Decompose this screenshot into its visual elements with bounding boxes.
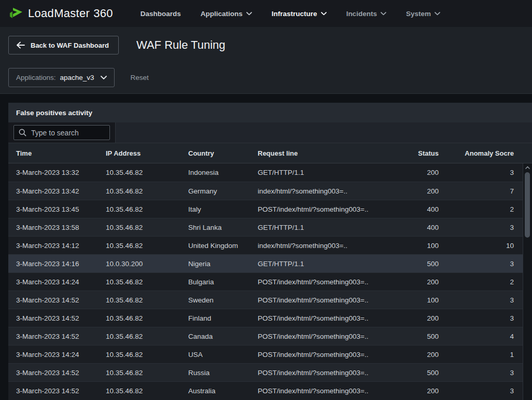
cell-time: 3-March-2023 14:52: [8, 296, 98, 304]
column-header-time[interactable]: Time: [8, 149, 98, 157]
table-row[interactable]: 3-March-2023 13:32 10.35.46.82 Indonesia…: [8, 163, 532, 182]
cell-country: USA: [180, 351, 250, 358]
search-cell: [8, 122, 116, 143]
column-header-anomaly-score[interactable]: Anomaly Socre: [439, 149, 523, 157]
table-row[interactable]: 3-March-2023 14:52 10.35.46.82 Finland P…: [8, 309, 532, 327]
cell-anomaly-score: 3: [439, 224, 523, 231]
scrollbar-thumb[interactable]: [525, 172, 530, 238]
table-row[interactable]: 3-March-2023 13:58 10.35.46.82 Shri Lank…: [8, 218, 532, 236]
table-row[interactable]: 3-March-2023 14:24 10.35.46.82 Bulgaria …: [8, 272, 532, 291]
back-to-waf-dashboard-button[interactable]: Back to WAF Dashboard: [8, 36, 119, 54]
cell-ip-address: 10.35.46.82: [98, 387, 180, 395]
table-row[interactable]: 3-March-2023 14:52 10.35.46.82 Canada PO…: [8, 327, 532, 345]
toolbar-spacer: [116, 122, 532, 143]
cell-status: 500: [373, 260, 439, 268]
nav-item-applications[interactable]: Applications: [201, 10, 252, 18]
table-row[interactable]: 3-March-2023 14:16 10.0.30.200 Nigeria G…: [8, 254, 532, 272]
cell-country: United Kingdom: [180, 242, 250, 250]
scroll-up-button[interactable]: [523, 163, 532, 171]
cell-country: Shri Lanka: [180, 224, 250, 231]
nav-item-system[interactable]: System: [406, 10, 440, 18]
cell-request-line: GET/HTTP/1.1: [250, 260, 373, 268]
table-row[interactable]: 3-March-2023 13:42 10.35.46.82 Germany i…: [8, 182, 532, 200]
cell-time: 3-March-2023 14:16: [8, 260, 98, 268]
page-title: WAF Rule Tuning: [136, 38, 226, 52]
chevron-down-icon: [435, 12, 440, 16]
applications-filter-dropdown[interactable]: Applications: apache_v3: [8, 68, 115, 87]
cell-status: 200: [373, 387, 439, 395]
cell-country: Australia: [180, 387, 250, 395]
cell-time: 3-March-2023 13:58: [8, 224, 98, 231]
loadmaster-logo-icon: [8, 6, 24, 21]
chevron-down-icon: [321, 12, 327, 16]
column-header-country[interactable]: Country: [180, 149, 250, 157]
cell-time: 3-March-2023 14:52: [8, 333, 98, 340]
cell-request-line: index/html/?something003=..: [250, 187, 373, 195]
cell-anomaly-score: 4: [439, 333, 523, 340]
chevron-down-icon: [101, 76, 107, 80]
cell-anomaly-score: 3: [439, 296, 523, 304]
cell-country: Italy: [180, 205, 250, 213]
cell-country: Sweden: [180, 296, 250, 304]
table-header-row: Time IP Address Country Request line Sta…: [8, 143, 532, 163]
table-row[interactable]: 3-March-2023 14:12 10.35.46.82 United Ki…: [8, 236, 532, 254]
cell-anomaly-score: 3: [439, 314, 523, 322]
table-row[interactable]: 3-March-2023 13:45 10.35.46.82 Italy POS…: [8, 200, 532, 218]
chevron-down-icon: [246, 12, 252, 16]
table-rows: 3-March-2023 13:32 10.35.46.82 Indonesia…: [8, 163, 532, 399]
cell-anomaly-score: 7: [439, 187, 523, 195]
chevron-down-icon: [381, 12, 386, 16]
nav-item-infrastructure[interactable]: Infrastructure: [272, 10, 327, 18]
cell-time: 3-March-2023 14:24: [8, 278, 98, 286]
cell-status: 200: [373, 169, 439, 176]
cell-anomaly-score: 2: [439, 205, 523, 213]
cell-ip-address: 10.35.46.82: [98, 242, 180, 250]
column-header-request-line[interactable]: Request line: [250, 149, 373, 157]
cell-request-line: POST/index/html/?something003=..: [250, 314, 373, 322]
table-row[interactable]: 3-March-2023 14:52 10.35.46.82 Sweden PO…: [8, 291, 532, 309]
chevron-up-icon: [525, 166, 530, 169]
table-body: 3-March-2023 13:32 10.35.46.82 Indonesia…: [8, 163, 532, 400]
cell-time: 3-March-2023 13:45: [8, 205, 98, 213]
cell-ip-address: 10.35.46.82: [98, 224, 180, 231]
table-toolbar: [8, 122, 532, 143]
table-row[interactable]: 3-March-2023 14:24 10.35.46.82 USA POST/…: [8, 345, 532, 363]
cell-status: 200: [373, 314, 439, 322]
cell-status: 200: [373, 278, 439, 286]
cell-ip-address: 10.35.46.82: [98, 187, 180, 195]
cell-time: 3-March-2023 14:52: [8, 387, 98, 395]
cell-status: 500: [373, 369, 439, 377]
cell-status: 200: [373, 187, 439, 195]
nav-item-dashboards[interactable]: Dashboards: [141, 10, 181, 18]
column-header-ip-address[interactable]: IP Address: [98, 149, 180, 157]
nav-item-incidents[interactable]: Incidents: [346, 10, 386, 18]
table-row[interactable]: 3-March-2023 14:52 10.35.46.82 Russia PO…: [8, 363, 532, 381]
cell-status: 100: [373, 242, 439, 250]
cell-ip-address: 10.35.46.82: [98, 205, 180, 213]
search-input[interactable]: [31, 129, 99, 137]
cell-country: Finland: [180, 314, 250, 322]
cell-anomaly-score: 10: [439, 242, 523, 250]
cell-request-line: POST/index/html/?something003=..: [250, 278, 373, 286]
brand-name: LoadMaster360: [28, 7, 113, 20]
vertical-scrollbar[interactable]: [523, 163, 532, 400]
cell-country: Indonesia: [180, 169, 250, 176]
cell-time: 3-March-2023 13:42: [8, 187, 98, 195]
reset-filters-link[interactable]: Reset: [131, 74, 149, 81]
cell-anomaly-score: 3: [439, 387, 523, 395]
cell-status: 200: [373, 351, 439, 358]
cell-country: Russia: [180, 369, 250, 377]
cell-ip-address: 10.35.46.82: [98, 369, 180, 377]
column-header-status[interactable]: Status: [373, 149, 439, 157]
app-logo[interactable]: LoadMaster360: [8, 6, 113, 21]
cell-anomaly-score: 1: [439, 351, 523, 358]
cell-ip-address: 10.35.46.82: [98, 351, 180, 358]
cell-anomaly-score: 3: [439, 369, 523, 377]
table-row[interactable]: 3-March-2023 14:52 10.35.46.82 Australia…: [8, 381, 532, 399]
cell-time: 3-March-2023 14:24: [8, 351, 98, 358]
page-content: False positives activity Time IP Address…: [0, 94, 532, 400]
search-box[interactable]: [13, 125, 110, 140]
top-nav-bar: LoadMaster360 Dashboards Applications In…: [0, 0, 532, 27]
cell-time: 3-March-2023 14:52: [8, 369, 98, 377]
main-menu: Dashboards Applications Infrastructure I…: [131, 10, 450, 18]
